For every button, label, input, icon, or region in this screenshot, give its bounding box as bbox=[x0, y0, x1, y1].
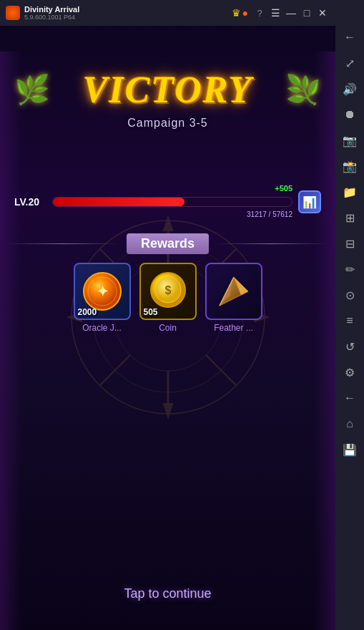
xp-numbers: 31217 / 57612 bbox=[247, 210, 292, 218]
tap-continue[interactable]: Tap to continue bbox=[0, 586, 335, 601]
level-label: LV.20 bbox=[14, 196, 46, 208]
svg-line-8 bbox=[205, 355, 237, 387]
help-button[interactable]: ? bbox=[252, 6, 267, 20]
rewards-divider-left bbox=[7, 243, 119, 244]
feather-name: Feather ... bbox=[214, 323, 253, 333]
volume-sidebar-icon[interactable]: 🔊 bbox=[338, 77, 361, 100]
rewards-divider-right bbox=[216, 243, 328, 244]
rewards-section: Rewards bbox=[7, 233, 328, 333]
fire-icon: ● bbox=[242, 7, 248, 19]
rewards-header: Rewards bbox=[7, 233, 328, 254]
svg-text:✦: ✦ bbox=[96, 284, 108, 299]
rewards-items: ✦ 2000 Oracle J... bbox=[7, 263, 328, 333]
layers-sidebar-icon[interactable]: ⊟ bbox=[338, 232, 361, 255]
app-version: 5.9.600.1001 P64 bbox=[24, 14, 79, 21]
xp-bar-wrapper: +505 31217 / 57612 bbox=[52, 197, 292, 207]
svg-line-10 bbox=[99, 355, 131, 387]
screenshot-sidebar-icon[interactable]: 📸 bbox=[338, 155, 361, 178]
xp-bar-container: LV.20 +505 31217 / 57612 📊 bbox=[14, 190, 321, 213]
laurel-right-icon: 🌿 bbox=[285, 73, 321, 107]
resize-sidebar-icon[interactable]: ⊞ bbox=[338, 206, 361, 229]
nav-home-sidebar-icon[interactable]: ⌂ bbox=[338, 412, 361, 435]
stack-sidebar-icon[interactable]: ≡ bbox=[338, 309, 361, 332]
feather-icon-wrapper bbox=[205, 263, 262, 320]
app-icon bbox=[6, 6, 20, 20]
right-sidebar: ← ⤢ 🔊 ⏺ 📷 📸 📁 ⊞ ⊟ ✏ ⊙ ≡ ↺ ⚙ ← ⌂ 💾 bbox=[335, 0, 364, 630]
record-sidebar-icon[interactable]: ⏺ bbox=[338, 103, 361, 126]
xp-bar-fill bbox=[53, 198, 185, 206]
coin-quantity: 505 bbox=[144, 307, 158, 317]
maximize-button[interactable]: □ bbox=[300, 6, 314, 20]
crown-icon: ♛ bbox=[232, 7, 241, 19]
xp-bar-background bbox=[52, 197, 292, 207]
oracle-jade-icon: ✦ bbox=[81, 270, 124, 313]
app-title: Divinity Arrival bbox=[24, 5, 79, 14]
app-title-group: Divinity Arrival 5.9.600.1001 P64 bbox=[24, 5, 79, 21]
svg-marker-11 bbox=[162, 215, 173, 232]
paint-sidebar-icon[interactable]: ✏ bbox=[338, 258, 361, 281]
oracle-jade-quantity: 2000 bbox=[78, 307, 97, 317]
coin-icon: $ bbox=[147, 270, 190, 313]
svg-text:$: $ bbox=[164, 284, 171, 296]
victory-text: VICTORY bbox=[83, 69, 253, 111]
laurel-wrapper: 🌿 VICTORY 🌿 bbox=[0, 69, 335, 111]
rewards-title: Rewards bbox=[127, 233, 209, 254]
nav-back-sidebar-icon[interactable]: ← bbox=[338, 387, 361, 410]
oracle-jade-name: Oracle J... bbox=[82, 323, 122, 333]
laurel-left-icon: 🌿 bbox=[14, 73, 50, 107]
reward-item-feather[interactable]: Feather ... bbox=[205, 263, 262, 333]
menu-button[interactable]: ☰ bbox=[268, 6, 282, 20]
coin-name: Coin bbox=[159, 323, 177, 333]
titlebar-controls: ♛ ● ? ☰ — □ ✕ bbox=[232, 6, 330, 20]
save-sidebar-icon[interactable]: 💾 bbox=[338, 438, 361, 461]
reward-item-oracle[interactable]: ✦ 2000 Oracle J... bbox=[74, 263, 131, 333]
side-decoration-right bbox=[314, 52, 335, 630]
victory-container: 🌿 VICTORY 🌿 Campaign 3-5 bbox=[0, 69, 335, 130]
folder-sidebar-icon[interactable]: 📁 bbox=[338, 180, 361, 203]
game-area[interactable]: 🌿 VICTORY 🌿 Campaign 3-5 LV.20 +505 3121… bbox=[0, 26, 335, 630]
oracle-jade-icon-wrapper: ✦ 2000 bbox=[74, 263, 131, 320]
sync-sidebar-icon[interactable]: ↺ bbox=[338, 335, 361, 358]
minimize-button[interactable]: — bbox=[284, 6, 298, 20]
feather-icon bbox=[212, 270, 255, 313]
xp-chart-icon[interactable]: 📊 bbox=[298, 190, 321, 213]
expand-sidebar-icon[interactable]: ⤢ bbox=[338, 52, 361, 74]
xp-gain-label: +505 bbox=[275, 184, 292, 193]
back-sidebar-icon[interactable]: ← bbox=[338, 26, 361, 49]
side-decoration-left bbox=[0, 52, 21, 630]
settings-sidebar-icon[interactable]: ⚙ bbox=[338, 361, 361, 384]
campaign-label: Campaign 3-5 bbox=[127, 117, 208, 130]
close-button[interactable]: ✕ bbox=[315, 6, 330, 20]
svg-marker-12 bbox=[162, 403, 173, 420]
title-bar: Divinity Arrival 5.9.600.1001 P64 ♛ ● ? … bbox=[0, 0, 335, 26]
coin-icon-wrapper: $ 505 bbox=[139, 263, 197, 320]
location-sidebar-icon[interactable]: ⊙ bbox=[338, 284, 361, 306]
camera2-sidebar-icon[interactable]: 📷 bbox=[338, 129, 361, 152]
reward-item-coin[interactable]: $ 505 Coin bbox=[139, 263, 197, 333]
